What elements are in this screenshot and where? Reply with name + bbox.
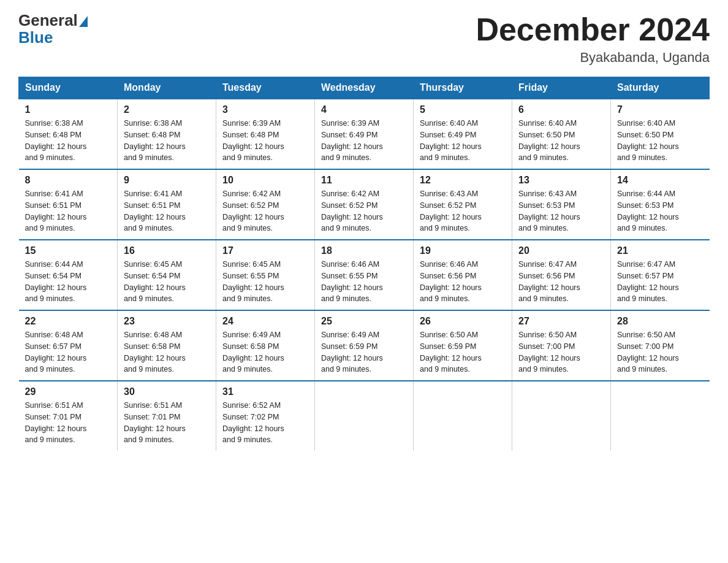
day-info: Sunrise: 6:45 AM Sunset: 6:55 PM Dayligh… [222,259,308,305]
column-header-wednesday: Wednesday [315,77,414,99]
day-info: Sunrise: 6:48 AM Sunset: 6:58 PM Dayligh… [124,329,210,375]
calendar-cell: 29 Sunrise: 6:51 AM Sunset: 7:01 PM Dayl… [19,381,118,451]
day-info: Sunrise: 6:42 AM Sunset: 6:52 PM Dayligh… [321,188,407,234]
calendar-cell: 9 Sunrise: 6:41 AM Sunset: 6:51 PM Dayli… [118,169,216,240]
day-info: Sunrise: 6:42 AM Sunset: 6:52 PM Dayligh… [222,188,308,234]
day-number: 5 [420,104,506,115]
day-number: 9 [124,175,210,186]
day-number: 27 [518,316,604,327]
day-info: Sunrise: 6:48 AM Sunset: 6:57 PM Dayligh… [25,329,112,375]
calendar-cell: 1 Sunrise: 6:38 AM Sunset: 6:48 PM Dayli… [19,99,118,169]
day-info: Sunrise: 6:40 AM Sunset: 6:50 PM Dayligh… [518,118,604,164]
column-header-tuesday: Tuesday [216,77,315,99]
calendar-cell: 27 Sunrise: 6:50 AM Sunset: 7:00 PM Dayl… [512,310,611,381]
calendar-cell: 5 Sunrise: 6:40 AM Sunset: 6:49 PM Dayli… [414,99,512,169]
logo-general-text: General [18,12,78,28]
day-info: Sunrise: 6:49 AM Sunset: 6:58 PM Dayligh… [222,329,308,375]
day-number: 15 [25,245,112,256]
calendar-cell [315,381,414,451]
day-number: 23 [124,316,210,327]
day-number: 24 [222,316,308,327]
calendar-cell: 8 Sunrise: 6:41 AM Sunset: 6:51 PM Dayli… [19,169,118,240]
day-info: Sunrise: 6:39 AM Sunset: 6:49 PM Dayligh… [321,118,407,164]
day-info: Sunrise: 6:47 AM Sunset: 6:56 PM Dayligh… [518,259,604,305]
day-number: 25 [321,316,407,327]
calendar-table: SundayMondayTuesdayWednesdayThursdayFrid… [18,77,710,451]
calendar-cell: 6 Sunrise: 6:40 AM Sunset: 6:50 PM Dayli… [512,99,611,169]
day-number: 21 [617,245,703,256]
day-number: 7 [617,104,703,115]
day-info: Sunrise: 6:38 AM Sunset: 6:48 PM Dayligh… [124,118,210,164]
calendar-cell: 2 Sunrise: 6:38 AM Sunset: 6:48 PM Dayli… [118,99,216,169]
location-label: Byakabanda, Uganda [476,50,710,66]
day-number: 16 [124,245,210,256]
day-info: Sunrise: 6:46 AM Sunset: 6:56 PM Dayligh… [420,259,506,305]
day-number: 20 [518,245,604,256]
day-info: Sunrise: 6:46 AM Sunset: 6:55 PM Dayligh… [321,259,407,305]
day-info: Sunrise: 6:52 AM Sunset: 7:02 PM Dayligh… [222,400,308,446]
day-info: Sunrise: 6:44 AM Sunset: 6:54 PM Dayligh… [25,259,112,305]
calendar-cell: 19 Sunrise: 6:46 AM Sunset: 6:56 PM Dayl… [414,240,512,310]
day-info: Sunrise: 6:45 AM Sunset: 6:54 PM Dayligh… [124,259,210,305]
calendar-cell: 28 Sunrise: 6:50 AM Sunset: 7:00 PM Dayl… [611,310,710,381]
day-number: 14 [617,175,703,186]
calendar-cell: 11 Sunrise: 6:42 AM Sunset: 6:52 PM Dayl… [315,169,414,240]
column-header-thursday: Thursday [414,77,512,99]
calendar-cell: 7 Sunrise: 6:40 AM Sunset: 6:50 PM Dayli… [611,99,710,169]
day-number: 4 [321,104,407,115]
day-info: Sunrise: 6:39 AM Sunset: 6:48 PM Dayligh… [222,118,308,164]
calendar-cell: 4 Sunrise: 6:39 AM Sunset: 6:49 PM Dayli… [315,99,414,169]
day-number: 19 [420,245,506,256]
day-number: 29 [25,386,112,397]
day-info: Sunrise: 6:47 AM Sunset: 6:57 PM Dayligh… [617,259,703,305]
column-header-monday: Monday [118,77,216,99]
calendar-cell: 10 Sunrise: 6:42 AM Sunset: 6:52 PM Dayl… [216,169,315,240]
day-number: 30 [124,386,210,397]
calendar-cell: 23 Sunrise: 6:48 AM Sunset: 6:58 PM Dayl… [118,310,216,381]
day-info: Sunrise: 6:44 AM Sunset: 6:53 PM Dayligh… [617,188,703,234]
calendar-cell: 3 Sunrise: 6:39 AM Sunset: 6:48 PM Dayli… [216,99,315,169]
day-info: Sunrise: 6:40 AM Sunset: 6:49 PM Dayligh… [420,118,506,164]
logo: General Blue [18,12,89,47]
calendar-week-row: 8 Sunrise: 6:41 AM Sunset: 6:51 PM Dayli… [19,169,710,240]
calendar-cell: 12 Sunrise: 6:43 AM Sunset: 6:52 PM Dayl… [414,169,512,240]
calendar-cell: 15 Sunrise: 6:44 AM Sunset: 6:54 PM Dayl… [19,240,118,310]
calendar-week-row: 1 Sunrise: 6:38 AM Sunset: 6:48 PM Dayli… [19,99,710,169]
column-header-friday: Friday [512,77,611,99]
calendar-cell: 22 Sunrise: 6:48 AM Sunset: 6:57 PM Dayl… [19,310,118,381]
day-info: Sunrise: 6:50 AM Sunset: 7:00 PM Dayligh… [617,329,703,375]
calendar-cell: 24 Sunrise: 6:49 AM Sunset: 6:58 PM Dayl… [216,310,315,381]
calendar-week-row: 15 Sunrise: 6:44 AM Sunset: 6:54 PM Dayl… [19,240,710,310]
day-number: 28 [617,316,703,327]
day-number: 3 [222,104,308,115]
day-number: 11 [321,175,407,186]
calendar-cell: 13 Sunrise: 6:43 AM Sunset: 6:53 PM Dayl… [512,169,611,240]
day-info: Sunrise: 6:50 AM Sunset: 6:59 PM Dayligh… [420,329,506,375]
day-info: Sunrise: 6:51 AM Sunset: 7:01 PM Dayligh… [124,400,210,446]
calendar-cell: 31 Sunrise: 6:52 AM Sunset: 7:02 PM Dayl… [216,381,315,451]
day-number: 17 [222,245,308,256]
day-info: Sunrise: 6:51 AM Sunset: 7:01 PM Dayligh… [25,400,112,446]
day-number: 2 [124,104,210,115]
title-section: December 2024 Byakabanda, Uganda [476,12,710,66]
logo-triangle-icon [79,16,88,27]
day-number: 8 [25,175,112,186]
day-info: Sunrise: 6:49 AM Sunset: 6:59 PM Dayligh… [321,329,407,375]
calendar-cell: 18 Sunrise: 6:46 AM Sunset: 6:55 PM Dayl… [315,240,414,310]
day-number: 22 [25,316,112,327]
calendar-cell: 25 Sunrise: 6:49 AM Sunset: 6:59 PM Dayl… [315,310,414,381]
calendar-week-row: 29 Sunrise: 6:51 AM Sunset: 7:01 PM Dayl… [19,381,710,451]
column-header-saturday: Saturday [611,77,710,99]
page-header: General Blue December 2024 Byakabanda, U… [18,12,710,66]
calendar-cell [414,381,512,451]
day-number: 18 [321,245,407,256]
day-info: Sunrise: 6:43 AM Sunset: 6:52 PM Dayligh… [420,188,506,234]
calendar-week-row: 22 Sunrise: 6:48 AM Sunset: 6:57 PM Dayl… [19,310,710,381]
calendar-cell: 21 Sunrise: 6:47 AM Sunset: 6:57 PM Dayl… [611,240,710,310]
day-info: Sunrise: 6:38 AM Sunset: 6:48 PM Dayligh… [25,118,112,164]
day-number: 1 [25,104,112,115]
day-info: Sunrise: 6:50 AM Sunset: 7:00 PM Dayligh… [518,329,604,375]
day-number: 12 [420,175,506,186]
calendar-cell: 14 Sunrise: 6:44 AM Sunset: 6:53 PM Dayl… [611,169,710,240]
logo-blue-text: Blue [18,28,53,47]
